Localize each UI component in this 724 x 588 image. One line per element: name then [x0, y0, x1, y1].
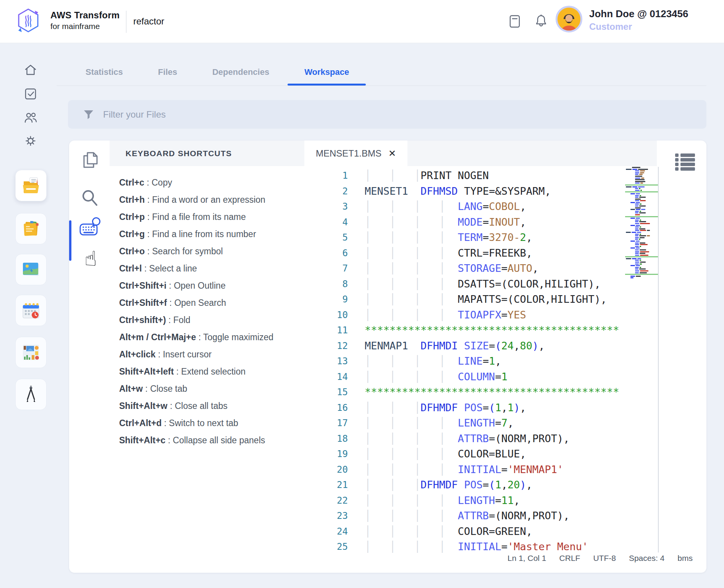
minimap-row [635, 174, 658, 175]
code-line: 17│ │ │ │ LENGTH=7, [298, 415, 619, 431]
sidebar-card-folders[interactable] [15, 213, 47, 244]
minimap-row [635, 211, 658, 212]
aws-transform-logo-icon [16, 7, 40, 36]
sidebar-card-charts[interactable] [15, 337, 47, 368]
close-tab-icon[interactable]: ✕ [388, 148, 396, 159]
minimap-row [630, 241, 658, 242]
code-line: 13│ │ │ │ LINE=1, [298, 354, 619, 369]
minimap-row [635, 190, 658, 191]
shortcut-item: Ctrl+h : Find a word or an expression [119, 194, 293, 206]
minimap-row [635, 270, 658, 271]
minimap-row [635, 263, 658, 265]
code-line: 4│ │ │ │ MODE=INOUT, [298, 215, 619, 230]
line-number: 4 [298, 215, 348, 230]
sidebar-card-calendar[interactable] [15, 295, 47, 326]
minimap-separator [625, 191, 658, 192]
avatar[interactable] [556, 6, 582, 32]
line-number: 1 [298, 168, 348, 184]
line-number: 19 [298, 446, 348, 462]
tab-files[interactable]: Files [158, 67, 177, 86]
user-name[interactable]: John Doe @ 0123456 [589, 8, 688, 20]
line-number: 23 [298, 508, 348, 524]
minimap-row [630, 218, 658, 219]
product-name: refactor [133, 16, 164, 27]
filter-input[interactable] [103, 109, 447, 120]
minimap-row [635, 207, 658, 208]
minimap-row [635, 260, 658, 261]
minimap-row [630, 202, 658, 203]
minimap-row [626, 232, 658, 233]
line-number: 9 [298, 292, 348, 307]
keyboard-shortcuts-icon[interactable] [79, 217, 101, 240]
code-line: 23│ │ │ │ ATTRB=(NORM,PROT), [298, 508, 619, 524]
code-line: 24│ │ │ │ COLOR=GREEN, [298, 524, 619, 540]
minimap-border [658, 167, 659, 552]
status-item: CRLF [559, 554, 580, 563]
header-divider [126, 11, 126, 33]
open-editors-list-icon[interactable] [675, 153, 695, 171]
minimap-row [635, 242, 658, 244]
code-line: 14│ │ │ │ COLUMN=1 [298, 369, 619, 385]
minimap-row [635, 223, 658, 224]
line-number: 6 [298, 246, 348, 261]
drafting-compass-icon [23, 385, 39, 404]
minimap-row [635, 235, 658, 236]
minimap-row [626, 169, 658, 170]
workspace-panel: KEYBOARD SHORTCUTS MENSET1.BMS ✕ [69, 141, 706, 573]
tab-dependencies[interactable]: Dependencies [212, 67, 269, 86]
editor-minimap[interactable] [625, 167, 658, 279]
minimap-row [635, 200, 658, 201]
checklist-icon[interactable] [24, 87, 37, 101]
sidebar-card-map[interactable] [15, 254, 47, 285]
minimap-separator [625, 184, 658, 186]
minimap-row [635, 220, 658, 221]
line-number: 18 [298, 431, 348, 447]
shortcut-item: Ctrl+Alt+d : Switch to next tab [119, 417, 293, 430]
sidebar-card-open-folder[interactable] [15, 170, 47, 201]
code-line: 5│ │ │ │ TERM=3270-2, [298, 230, 619, 246]
shortcut-item: Shift+Alt+left : Extend selection [119, 365, 293, 378]
line-number: 8 [298, 276, 348, 292]
shortcut-item: Ctrl+l : Select a line [119, 262, 293, 275]
code-line: 18│ │ │ │ ATTRB=(NORM,PROT), [298, 431, 619, 447]
minimap-row [635, 172, 658, 173]
editor-file-tab-label: MENSET1.BMS [316, 148, 381, 159]
users-icon[interactable] [24, 111, 37, 124]
line-number: 10 [298, 307, 348, 323]
minimap-row [635, 228, 658, 229]
minimap-row [635, 237, 658, 238]
code-editor[interactable]: 1│ │ │PRINT NOGEN2MENSET1 DFHMSD TYPE=&S… [298, 168, 619, 555]
view-tabs: StatisticsFilesDependenciesWorkspace [57, 57, 706, 86]
code-line: 10│ │ │ │ TIOAPFX=YES [298, 307, 619, 323]
minimap-row [635, 205, 658, 207]
minimap-separator [625, 256, 658, 257]
hand-cursor-graphic: ☝ [84, 247, 97, 271]
settings-gear-icon[interactable] [24, 134, 37, 148]
code-line: 2MENSET1 DFHMSD TYPE=&SYSPARM, [298, 184, 619, 199]
status-item: bms [677, 554, 693, 563]
file-filter-bar[interactable] [68, 100, 706, 129]
editor-file-tab[interactable]: MENSET1.BMS ✕ [304, 141, 407, 166]
line-number: 22 [298, 493, 348, 509]
minimap-row [635, 188, 658, 189]
minimap-row [635, 176, 658, 177]
minimap-row [626, 258, 658, 259]
search-icon[interactable] [80, 188, 100, 208]
tab-statistics[interactable]: Statistics [86, 67, 123, 86]
line-number: 14 [298, 369, 348, 385]
tab-workspace[interactable]: Workspace [304, 67, 349, 86]
shortcut-item: Alt+m / Ctrl+Maj+e : Toggle maximized [119, 331, 293, 344]
shortcut-item: Ctrl+Shift+i : Open Outline [119, 279, 293, 292]
line-number: 21 [298, 477, 348, 493]
notifications-bell-icon[interactable] [535, 14, 548, 28]
documents-copy-icon[interactable] [81, 151, 99, 171]
folders-stack-icon [21, 220, 40, 237]
minimap-row [635, 239, 658, 240]
active-tab-underline [288, 84, 366, 86]
code-line: 7│ │ │ │ STORAGE=AUTO, [298, 261, 619, 276]
shortcut-item: Ctrl+p : Find a file from its name [119, 211, 293, 223]
documentation-book-icon[interactable] [509, 15, 521, 28]
home-icon[interactable] [24, 63, 37, 76]
sidebar-card-compass[interactable] [15, 379, 47, 410]
minimap-row [635, 221, 658, 222]
